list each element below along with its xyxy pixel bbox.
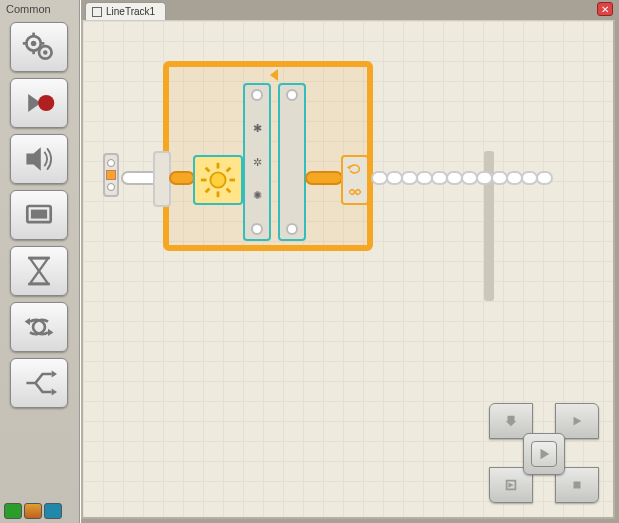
- svg-rect-13: [28, 257, 50, 260]
- sidebar-header: Common: [0, 0, 79, 18]
- run-button[interactable]: [523, 433, 565, 475]
- record-play-block-button[interactable]: [10, 78, 68, 128]
- nxt-controller: [489, 403, 599, 503]
- svg-point-1: [31, 41, 36, 46]
- screen-icon: [21, 197, 57, 233]
- play-icon: [537, 447, 551, 461]
- svg-marker-10: [26, 147, 40, 170]
- svg-marker-35: [541, 449, 550, 460]
- loop-block-button[interactable]: [10, 302, 68, 352]
- svg-marker-16: [48, 329, 53, 336]
- program-tab-icon: [92, 7, 102, 17]
- light-sensor-block[interactable]: [193, 155, 243, 205]
- svg-line-26: [206, 189, 210, 193]
- wait-block-button[interactable]: [10, 246, 68, 296]
- canvas[interactable]: ✱ 1 ⚙ ≡ ✱ ✲ ✺: [81, 20, 615, 519]
- svg-marker-17: [52, 370, 57, 377]
- beam-tail: [373, 171, 553, 185]
- svg-marker-30: [506, 421, 517, 426]
- download-icon: [504, 414, 518, 428]
- app-root: Common: [0, 0, 619, 523]
- loop-arrows-icon: [347, 161, 363, 177]
- svg-rect-14: [28, 283, 50, 286]
- tab-bar: LineTrack1 ✕: [81, 0, 619, 20]
- workspace: LineTrack1 ✕ ✱ 1: [80, 0, 619, 523]
- play-select-icon: [570, 414, 584, 428]
- beam-segment: [305, 171, 343, 185]
- switch-icon: [21, 365, 57, 401]
- sidebar: Common: [0, 0, 80, 523]
- beam-plug: [251, 89, 263, 101]
- svg-line-27: [227, 168, 231, 172]
- svg-marker-18: [52, 388, 57, 395]
- svg-rect-34: [574, 482, 581, 489]
- infinity-icon: [347, 184, 363, 200]
- loop-end-block[interactable]: [341, 155, 369, 205]
- close-icon: ✕: [601, 4, 609, 15]
- asterisk-icon: ✲: [253, 156, 262, 169]
- svg-line-24: [206, 168, 210, 172]
- beam-plug: [286, 89, 298, 101]
- download-chip-icon: [504, 478, 518, 492]
- svg-marker-28: [347, 165, 350, 170]
- program-tab[interactable]: LineTrack1: [85, 2, 166, 20]
- palette: [0, 18, 79, 412]
- stop-icon: [570, 478, 584, 492]
- palette-complete-tab[interactable]: [24, 503, 42, 519]
- sound-block-button[interactable]: [10, 134, 68, 184]
- loop-icon: [21, 309, 57, 345]
- move-block-button[interactable]: [10, 22, 68, 72]
- palette-common-tab[interactable]: [4, 503, 22, 519]
- sun-icon: [199, 161, 237, 199]
- gears-icon: [21, 29, 57, 65]
- sequence-start[interactable]: [103, 153, 119, 197]
- svg-marker-31: [574, 417, 582, 426]
- svg-point-19: [210, 172, 225, 187]
- data-plug: [107, 183, 115, 191]
- palette-custom-tab[interactable]: [44, 503, 62, 519]
- switch-branch-true[interactable]: ✱ ✲ ✺: [243, 83, 271, 241]
- start-plug-icon: [106, 170, 116, 180]
- close-tab-button[interactable]: ✕: [597, 2, 613, 16]
- speaker-icon: [21, 141, 57, 177]
- svg-line-25: [227, 189, 231, 193]
- beam-plug: [286, 223, 298, 235]
- switch-branch-false[interactable]: [278, 83, 306, 241]
- hourglass-icon: [21, 253, 57, 289]
- beam-segment: [169, 171, 195, 185]
- data-plug: [107, 159, 115, 167]
- record-icon: [21, 85, 57, 121]
- switch-block-button[interactable]: [10, 358, 68, 408]
- gear-small-icon: ✺: [253, 189, 262, 202]
- program-tab-label: LineTrack1: [106, 6, 155, 17]
- svg-marker-15: [25, 318, 30, 325]
- svg-point-9: [38, 95, 54, 111]
- svg-marker-33: [508, 482, 513, 487]
- svg-rect-12: [31, 210, 47, 219]
- svg-rect-29: [508, 416, 515, 421]
- beam-plug: [251, 223, 263, 235]
- svg-point-3: [43, 50, 48, 55]
- palette-tabs: [0, 499, 79, 523]
- asterisk-icon: ✱: [253, 122, 262, 135]
- display-block-button[interactable]: [10, 190, 68, 240]
